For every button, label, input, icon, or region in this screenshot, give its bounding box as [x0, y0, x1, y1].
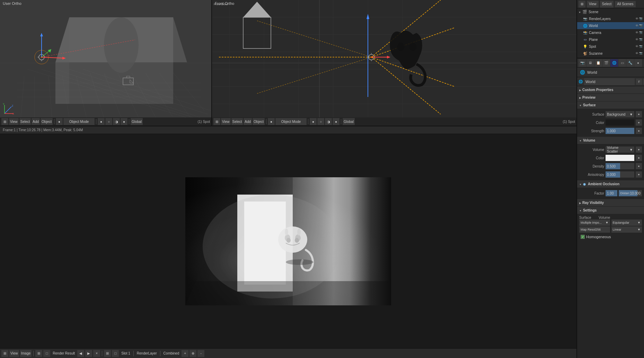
render-zoom-out[interactable]: - [197, 350, 204, 357]
volume-color-swatch[interactable] [606, 155, 634, 161]
world-props-icon active[interactable]: 🌐 [610, 59, 618, 67]
volume-dropdown[interactable]: Volume Scatter ▼ [606, 146, 634, 153]
select-menu-btn[interactable]: Select [600, 1, 614, 8]
linear-dropdown[interactable]: Linear ▼ [611, 226, 642, 233]
mode-icon-l[interactable]: ● [56, 118, 63, 125]
grid-icon[interactable]: ⊞ [579, 1, 585, 8]
mode-icon-r[interactable]: ● [268, 118, 275, 125]
ao-distance-slider[interactable]: Distan: 10.000 [619, 190, 642, 196]
view-btn-r[interactable]: View [221, 118, 231, 125]
render-slot-icon[interactable]: ⊞ [104, 350, 111, 357]
outliner-item-camera[interactable]: 📸 Camera 👁 📷 [577, 29, 644, 36]
anisotropy-slider[interactable]: 0.000 [606, 171, 634, 178]
surface-dot-btn[interactable]: ● [636, 111, 642, 117]
object-btn-l[interactable]: Object [41, 118, 53, 125]
volume-dot-btn[interactable]: ● [636, 146, 642, 153]
surface-dropdown[interactable]: Background ▼ [606, 111, 634, 117]
render-zoom-in[interactable]: + [182, 350, 188, 357]
shading-mat-r[interactable]: ◑ [325, 118, 332, 125]
shading-render-l[interactable]: ● [121, 118, 127, 125]
settings-surface-dropdown[interactable]: Multiple Impo... ▼ [579, 220, 610, 226]
outliner-item-plane[interactable]: ▭ Plane 👁 📷 [577, 36, 644, 43]
plane-eye-icon[interactable]: 👁 [635, 38, 638, 41]
transform-btn-r[interactable]: Global [343, 118, 355, 125]
world-eye-icon[interactable]: 👁 [635, 24, 638, 27]
surface-header[interactable]: Surface [577, 101, 644, 109]
outliner-item-suzanne[interactable]: 🐒 Suzanne 👁 📷 [577, 50, 644, 57]
view-menu-btn[interactable]: View [587, 1, 599, 8]
strength-slider[interactable]: 1.000 [606, 128, 634, 134]
color-swatch[interactable] [606, 119, 634, 126]
mode-btn-r[interactable]: Object Mode [275, 118, 307, 125]
camera-render-icon[interactable]: 📷 [639, 31, 643, 34]
spot-eye-icon[interactable]: 👁 [635, 45, 638, 48]
shading-render-r[interactable]: ● [333, 118, 339, 125]
viewport-front-ortho[interactable]: Front Ortho Front Ortho ⊞ View Select Ad… [212, 0, 576, 126]
render-display-icon[interactable]: ⊞ [35, 350, 42, 357]
viewport-menu-btn-l[interactable]: ⊞ [1, 118, 8, 125]
world-new-btn[interactable]: F [636, 79, 642, 85]
select-btn-l[interactable]: Select [19, 118, 31, 125]
world-camera-icon[interactable]: 📷 [639, 24, 643, 27]
shading-solid-r[interactable]: ● [310, 118, 317, 125]
shading-mat-l[interactable]: ◑ [113, 118, 120, 125]
object-btn-r[interactable]: Object [253, 118, 265, 125]
add-btn-r[interactable]: Add [244, 118, 252, 125]
viewport-user-ortho[interactable]: User Ortho Z X Y ⊞ View Sele [0, 0, 212, 126]
viewport-menu-btn-r[interactable]: ⊞ [213, 118, 220, 125]
color-dot-btn[interactable]: ● [636, 119, 642, 126]
shading-solid-l[interactable]: ● [98, 118, 105, 125]
modifier-props-icon[interactable]: 🔧 [626, 59, 634, 67]
volume-color-dot-btn[interactable]: ● [636, 155, 642, 161]
render-image-btn[interactable]: Image [20, 350, 32, 357]
custom-properties-header[interactable]: Custom Properties [577, 86, 644, 94]
strength-dot-btn[interactable]: ● [636, 128, 642, 134]
render-nav-prev[interactable]: ◀ [77, 350, 84, 357]
select-btn-r[interactable]: Select [231, 118, 243, 125]
renderlayers-render-icon[interactable]: 📷 [639, 17, 643, 20]
volume-header[interactable]: Volume [577, 137, 644, 144]
render-zoom-fit[interactable]: ⊕ [189, 350, 196, 357]
scene-props-icon[interactable]: 🎬 [602, 59, 610, 67]
settings-volume-dropdown[interactable]: Equiangular ▼ [611, 220, 642, 226]
spot-render-icon[interactable]: 📷 [639, 45, 643, 48]
ray-visibility-header[interactable]: Ray Visibility [577, 199, 644, 207]
view-layer-props-icon[interactable]: 📋 [594, 59, 602, 67]
render-view-btn[interactable]: View [9, 350, 19, 357]
render-nav-next[interactable]: ▶ [85, 350, 92, 357]
density-slider[interactable]: 0.500 [606, 163, 634, 169]
outliner-item-scene[interactable]: 🎬 Scene [577, 8, 644, 15]
render-menu-icon[interactable]: ⊞ [1, 350, 8, 357]
camera-eye-icon[interactable]: 👁 [635, 31, 638, 34]
material-props-icon[interactable]: ● [634, 59, 642, 67]
suzanne-eye-icon[interactable]: 👁 [635, 52, 638, 55]
density-dot-btn[interactable]: ● [636, 163, 642, 169]
shading-wire-l[interactable]: ○ [105, 118, 112, 125]
object-props-icon[interactable]: ▭ [618, 59, 626, 67]
outliner-item-world[interactable]: 🌐 World 👁 📷 [577, 22, 644, 29]
render-view2-icon[interactable]: □ [112, 350, 119, 357]
transform-btn-l[interactable]: Global [131, 118, 143, 125]
add-btn-l[interactable]: Add [32, 118, 40, 125]
render-props-icon[interactable]: 📷 [579, 59, 586, 67]
mode-btn-l[interactable]: Object Mode [63, 118, 95, 125]
ao-header[interactable]: ◉ Ambient Occlusion [577, 180, 644, 188]
map-res-field[interactable]: Map Resol 256 [579, 226, 610, 233]
world-name-input[interactable] [584, 78, 635, 85]
ao-factor-slider[interactable]: 1.00 [606, 190, 617, 196]
outliner-item-spot[interactable]: 💡 Spot 👁 📷 [577, 43, 644, 50]
shading-wire-r[interactable]: ○ [317, 118, 324, 125]
view-btn-l[interactable]: View [9, 118, 19, 125]
preview-header[interactable]: Preview [577, 94, 644, 101]
render-window-icon[interactable]: □ [43, 350, 50, 357]
output-props-icon[interactable]: 🖥 [586, 59, 594, 67]
settings-header[interactable]: Settings [577, 207, 644, 214]
homogeneous-checkbox[interactable]: ✓ [581, 235, 585, 239]
all-scenes-btn[interactable]: All Scenes [615, 1, 635, 7]
render-close-btn[interactable]: × [93, 350, 100, 357]
plane-render-icon[interactable]: 📷 [639, 38, 643, 41]
renderlayers-eye-icon[interactable]: 👁 [635, 17, 638, 20]
outliner-item-renderlayers[interactable]: 📷 RenderLayers 👁 📷 [577, 15, 644, 22]
suzanne-render-icon[interactable]: 📷 [639, 52, 643, 55]
anisotropy-dot-btn[interactable]: ● [636, 171, 642, 178]
